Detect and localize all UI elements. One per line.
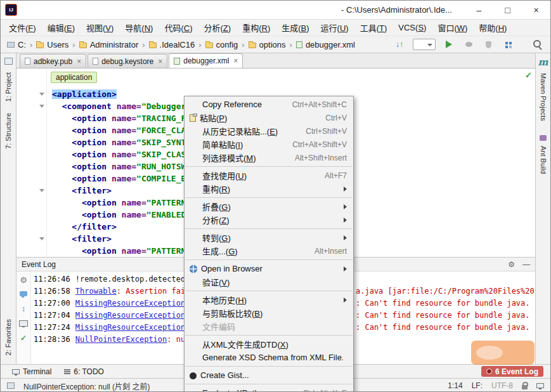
menu-icon-slot: [188, 278, 198, 287]
run-config-icon[interactable]: [413, 39, 436, 50]
read-icon[interactable]: ✓: [18, 333, 29, 343]
tab-debug-keystore[interactable]: debug.keystore×: [88, 54, 167, 68]
exception-link[interactable]: MissingResourceException: [75, 323, 185, 332]
context-menu-item[interactable]: Create Gist...: [185, 369, 353, 382]
code-segment: name=: [112, 138, 136, 147]
status-message[interactable]: NullPointerException: null (片刻 之前): [23, 381, 150, 391]
inspection-ok-icon[interactable]: ✓: [525, 70, 532, 80]
menubar-item[interactable]: 窗口(W): [432, 22, 473, 34]
tab-debugger-xml[interactable]: debugger.xml×: [169, 53, 243, 68]
context-menu-item[interactable]: 简单粘贴(I)Ctrl+Alt+Shift+V: [185, 138, 353, 151]
context-menu-item[interactable]: 分析(Z): [185, 213, 353, 226]
tab-adbkey-pub[interactable]: adbkey.pub×: [20, 54, 86, 68]
menubar-item[interactable]: 视图(V): [81, 22, 119, 34]
maximize-button[interactable]: □: [493, 1, 522, 19]
breadcrumb-item[interactable]: Users: [36, 40, 68, 49]
coverage-icon[interactable]: [482, 38, 495, 51]
context-menu-item[interactable]: 查找使用(U)Alt+F7: [185, 169, 353, 182]
file-encoding[interactable]: UTF-8: [491, 381, 513, 390]
gear-icon[interactable]: ⚙: [508, 260, 515, 269]
menubar-item[interactable]: 导航(N): [119, 22, 159, 34]
navigation-toolbar: C:›Users›Administrator›.IdealC16›config›…: [1, 36, 550, 53]
close-button[interactable]: ×: [522, 1, 550, 19]
context-menu-item[interactable]: 粘贴(P)Ctrl+V: [185, 111, 353, 124]
menubar-item[interactable]: 编辑(E): [42, 22, 81, 34]
xml-breadcrumb-chip[interactable]: application: [51, 72, 97, 83]
breadcrumb-bar: C:›Users›Administrator›.IdealC16›config›…: [1, 40, 355, 49]
context-menu-item[interactable]: 折叠(G): [185, 200, 353, 213]
toolwindow-button-todo[interactable]: 6: TODO: [58, 367, 110, 376]
context-menu-item[interactable]: Generate XSD Schema from XML File...: [185, 351, 353, 364]
menubar-item[interactable]: 重构(R): [237, 22, 276, 34]
context-menu-item[interactable]: 生成...(G)Alt+Insert: [185, 244, 353, 258]
menubar-item[interactable]: 分析(Z): [198, 22, 237, 34]
menubar-item[interactable]: 代码(C): [159, 22, 198, 34]
menubar-item[interactable]: 运行(U): [315, 22, 354, 34]
tab-close-icon[interactable]: ×: [77, 57, 81, 66]
code-segment: [52, 138, 72, 147]
menu-separator: [185, 197, 353, 198]
breadcrumb-item[interactable]: Administrator: [79, 40, 139, 49]
exception-link[interactable]: Throwable: [75, 287, 117, 296]
toolwindow-button-ant[interactable]: Ant Build: [540, 146, 547, 174]
exception-link[interactable]: NullPointerException: [75, 335, 167, 344]
breadcrumb-item[interactable]: .IdealC16: [149, 40, 195, 49]
context-menu-item[interactable]: 重构(R): [185, 182, 353, 195]
hide-panel-icon[interactable]: —: [522, 260, 530, 269]
tab-label: debug.keystore: [101, 57, 153, 66]
tab-close-icon[interactable]: ×: [233, 56, 238, 65]
event-text-continued: a.java [jar:file:/C:/Program%20Files%20: [356, 285, 535, 297]
context-menu-item[interactable]: 从历史记录粘贴...(E)Ctrl+Shift+V: [185, 124, 353, 138]
line-separator[interactable]: LF:: [472, 381, 483, 390]
toolwindow-button-maven[interactable]: Maven Projects: [540, 73, 547, 121]
debug-icon[interactable]: [462, 38, 475, 51]
breadcrumb-item[interactable]: C:: [7, 40, 26, 49]
context-menu-item[interactable]: Open in Browser: [185, 262, 353, 275]
balloon-icon[interactable]: [18, 289, 29, 299]
run-icon[interactable]: [443, 38, 455, 51]
context-menu-item[interactable]: Copy ReferenceCtrl+Alt+Shift+C: [185, 98, 353, 111]
menubar-item[interactable]: 文件(F): [3, 22, 42, 34]
breadcrumb-item[interactable]: config: [205, 40, 238, 49]
vcs-update-icon[interactable]: [393, 38, 406, 51]
menubar-item[interactable]: 工具(T): [354, 22, 393, 34]
fold-toggle-icon[interactable]: [39, 93, 44, 96]
context-menu-item[interactable]: 验证(V): [185, 275, 353, 289]
fold-toggle-icon[interactable]: [39, 189, 44, 192]
context-menu-item[interactable]: 转到(G): [185, 231, 353, 244]
caret-position[interactable]: 1:14: [448, 381, 462, 390]
event-log-badge[interactable]: 6 Event Log: [481, 366, 543, 377]
toolwindow-button-favorites[interactable]: 2: Favorites: [4, 319, 12, 355]
monitor-icon[interactable]: [18, 318, 29, 329]
toolwindow-button-project[interactable]: 1: Project: [4, 72, 12, 101]
toolwindow-button-terminal[interactable]: Terminal: [6, 367, 58, 376]
menu-item-label: 本地历史(H): [202, 294, 340, 306]
context-menu-item[interactable]: 与剪贴板比较(B): [185, 306, 353, 320]
search-icon[interactable]: [531, 38, 544, 51]
exception-link[interactable]: MissingResourceException: [75, 299, 185, 308]
menubar-item[interactable]: VCS(S): [392, 23, 432, 32]
menubar-item[interactable]: 帮助(H): [473, 22, 512, 34]
context-menu-item[interactable]: 列选择模式(M)Alt+Shift+Insert: [185, 151, 353, 164]
expand-icon[interactable]: ↕: [18, 304, 29, 314]
toolwindow-toggle-icon[interactable]: [7, 382, 15, 389]
breadcrumb-item[interactable]: debugger.xml: [296, 40, 355, 49]
context-menu-item[interactable]: 从XML文件生成DTD(X): [185, 337, 353, 351]
menu-icon-slot: [188, 202, 198, 211]
tab-close-icon[interactable]: ×: [158, 57, 162, 66]
breadcrumb-item[interactable]: options: [249, 40, 286, 49]
context-menu-item[interactable]: Evaluate XPath...Ctrl+Alt+X, E: [185, 386, 353, 392]
fold-toggle-icon[interactable]: [39, 105, 44, 108]
settings-icon[interactable]: ⚙: [18, 275, 29, 285]
menubar-item[interactable]: 生成(B): [276, 22, 314, 34]
exception-link[interactable]: MissingResourceException: [75, 311, 185, 320]
menu-item-label: 从XML文件生成DTD(X): [202, 338, 343, 350]
layout-grid-icon[interactable]: [502, 38, 514, 51]
fold-toggle-icon[interactable]: [39, 237, 44, 240]
hector-icon[interactable]: [536, 383, 544, 388]
minimize-button[interactable]: –: [465, 1, 493, 19]
context-menu-item[interactable]: 本地历史(H): [185, 293, 353, 306]
lock-icon[interactable]: [522, 385, 528, 389]
toolwindow-button-structure[interactable]: 7: Structure: [4, 113, 12, 149]
code-segment: [52, 186, 72, 195]
